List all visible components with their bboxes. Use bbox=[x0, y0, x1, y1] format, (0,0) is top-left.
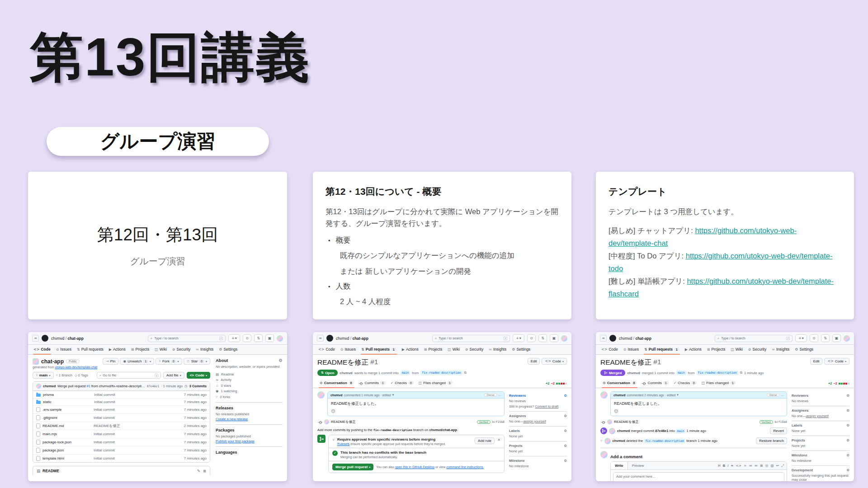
issues-global-icon[interactable]: ⊙ bbox=[810, 334, 818, 342]
comment-author[interactable]: chvmvd bbox=[613, 394, 625, 397]
inbox-icon[interactable]: ▣ bbox=[550, 334, 558, 342]
tab-projects[interactable]: ⊞Projects bbox=[422, 345, 444, 354]
repo-name[interactable]: chat-app bbox=[41, 358, 64, 365]
gear-icon[interactable]: ⚙ bbox=[564, 429, 567, 433]
code-button[interactable]: <>Code▾ bbox=[187, 372, 210, 379]
outline-icon[interactable]: ≡ bbox=[203, 469, 206, 473]
emoji-react-button[interactable]: ☺ bbox=[331, 409, 504, 413]
rulesets-link[interactable]: Rulesets bbox=[337, 442, 349, 446]
comment-author[interactable]: chvmvd bbox=[330, 394, 342, 397]
breadcrumb[interactable]: chvmvd / chat-app bbox=[336, 336, 368, 341]
gear-icon[interactable]: ⚙ bbox=[846, 438, 849, 442]
tag-count[interactable]: ◇0 Tags bbox=[75, 373, 88, 377]
heading-icon[interactable]: H bbox=[718, 464, 721, 468]
quote-icon[interactable]: ≡ bbox=[731, 464, 733, 468]
go-to-file-input[interactable]: ⌕Go to filet bbox=[97, 372, 161, 379]
tab-files-changed[interactable]: ◫Files changed1 bbox=[699, 379, 738, 388]
branch-count[interactable]: ⑂1 Branch bbox=[56, 373, 73, 377]
file-row[interactable]: package.jsonInitial commit7 minutes ago bbox=[33, 446, 210, 454]
tab-wiki[interactable]: ◫Wiki bbox=[152, 345, 169, 354]
tab-issues[interactable]: ⊙Issues bbox=[621, 345, 641, 354]
head-branch-chip[interactable]: fix-readme-description bbox=[697, 371, 738, 375]
hamburger-icon[interactable]: ≡ bbox=[32, 335, 39, 342]
create-new-button[interactable]: +▾ bbox=[795, 334, 807, 342]
tab-security[interactable]: ⊘Security bbox=[170, 345, 193, 354]
assign-yourself-link[interactable]: assign yourself bbox=[524, 419, 546, 423]
reply-icon[interactable]: ↩ bbox=[776, 464, 779, 468]
restore-branch-button[interactable]: Restore branch bbox=[756, 437, 787, 444]
close-icon[interactable]: × bbox=[497, 437, 500, 442]
link-icon[interactable]: ∞ bbox=[744, 464, 746, 468]
file-row[interactable]: prismaInitial commit7 minutes ago bbox=[33, 391, 210, 398]
avatar[interactable] bbox=[317, 391, 325, 399]
verified-badge[interactable]: Verified bbox=[477, 420, 491, 424]
unordered-list-icon[interactable]: ≔ bbox=[749, 464, 752, 468]
tab-settings[interactable]: ⚙Settings bbox=[509, 345, 533, 354]
base-branch-chip[interactable]: main bbox=[676, 371, 686, 375]
search-input[interactable]: ⌕ Type / to search / bbox=[432, 335, 510, 342]
avatar[interactable] bbox=[600, 391, 608, 399]
commit-hash[interactable]: 87e46e1 bbox=[147, 385, 159, 388]
tab-actions[interactable]: ▶Actions bbox=[400, 345, 421, 354]
gear-icon[interactable]: ⚙ bbox=[846, 408, 849, 413]
tab-code[interactable]: <>Code bbox=[599, 345, 620, 354]
tab-preview[interactable]: Preview bbox=[628, 462, 648, 469]
copy-icon[interactable]: ⧉ bbox=[740, 371, 742, 375]
search-input[interactable]: ⌕ Type / to search / bbox=[148, 335, 226, 342]
gear-icon[interactable]: ⚙ bbox=[278, 358, 283, 363]
cli-instructions-link[interactable]: command line instructions. bbox=[446, 465, 484, 469]
task-list-icon[interactable]: ⊞ bbox=[760, 464, 763, 468]
hamburger-icon[interactable]: ≡ bbox=[600, 335, 607, 342]
forks-link[interactable]: ⑂0 forks bbox=[216, 395, 283, 399]
comment-textarea[interactable]: Add your comment here... bbox=[613, 472, 784, 481]
tab-insights[interactable]: ≈Insights bbox=[769, 345, 792, 354]
github-logo-icon[interactable] bbox=[609, 335, 616, 342]
commit-hash[interactable]: bcf15b8 bbox=[492, 420, 505, 424]
emoji-react-button[interactable]: ☺ bbox=[614, 409, 787, 413]
tab-issues[interactable]: ⊙Issues bbox=[338, 345, 358, 354]
chevron-down-icon[interactable]: ▾ bbox=[392, 393, 394, 397]
commit-message-link[interactable]: READMEを修正 bbox=[614, 420, 639, 424]
gear-icon[interactable]: ⚙ bbox=[564, 394, 567, 398]
commit-message[interactable]: Merge pull request #1 from chvmvd/fix-re… bbox=[57, 384, 145, 388]
tab-pull-requests[interactable]: ⇅Pull requests1 bbox=[359, 345, 399, 354]
gear-icon[interactable]: ⚙ bbox=[564, 414, 567, 418]
readme-heading[interactable]: README bbox=[42, 469, 59, 473]
tab-checks[interactable]: ✓Checks0 bbox=[388, 379, 416, 388]
code-button[interactable]: <>Code▾ bbox=[824, 358, 849, 365]
github-logo-icon[interactable] bbox=[42, 335, 48, 342]
tab-settings[interactable]: ⚙Settings bbox=[217, 345, 240, 354]
assign-yourself-link[interactable]: assign yourself bbox=[806, 414, 829, 418]
tab-commits[interactable]: Commits1 bbox=[356, 379, 387, 388]
gear-icon[interactable]: ⚙ bbox=[846, 468, 849, 472]
tab-conversation[interactable]: ⊙Conversation0 bbox=[600, 379, 639, 388]
tab-actions[interactable]: ▶Actions bbox=[107, 345, 128, 354]
add-file-button[interactable]: Add file▾ bbox=[163, 372, 184, 379]
inbox-icon[interactable]: ▣ bbox=[832, 334, 841, 342]
star-button[interactable]: ☆Star0▾ bbox=[184, 358, 210, 365]
file-row[interactable]: main.mjsInitial commit7 minutes ago bbox=[33, 430, 210, 438]
tab-insights[interactable]: ≈Insights bbox=[486, 345, 509, 354]
tab-wiki[interactable]: ◫Wiki bbox=[728, 345, 745, 354]
template-repo-link[interactable]: utokyo-web-dev/template-chat bbox=[55, 366, 97, 369]
copy-icon[interactable]: ⧉ bbox=[464, 371, 466, 375]
commit-message-link[interactable]: READMEを修正 bbox=[331, 420, 356, 424]
breadcrumb[interactable]: chvmvd / chat-app bbox=[619, 336, 651, 341]
tab-issues[interactable]: ⊙Issues bbox=[54, 345, 74, 354]
commit-count[interactable]: 3 Commits bbox=[189, 384, 207, 388]
tab-projects[interactable]: ⊞Projects bbox=[705, 345, 727, 354]
pull-requests-global-icon[interactable]: ⇅ bbox=[538, 334, 547, 342]
branch-selector[interactable]: ⑂main▾ bbox=[33, 372, 54, 379]
ordered-list-icon[interactable]: ≕ bbox=[755, 464, 758, 468]
pull-requests-global-icon[interactable]: ⇅ bbox=[254, 334, 263, 342]
inbox-icon[interactable]: ▣ bbox=[265, 334, 274, 342]
hamburger-icon[interactable]: ≡ bbox=[317, 335, 324, 342]
readme-link[interactable]: ▤Readme bbox=[216, 372, 283, 376]
tab-commits[interactable]: Commits1 bbox=[639, 379, 670, 388]
convert-to-draft-link[interactable]: Convert to draft bbox=[535, 404, 559, 408]
gear-icon[interactable]: ⚙ bbox=[564, 444, 567, 448]
issues-global-icon[interactable]: ⊙ bbox=[527, 334, 536, 342]
mention-icon[interactable]: @ bbox=[770, 464, 774, 468]
publish-package-link[interactable]: Publish your first package bbox=[216, 439, 283, 443]
merge-pull-request-button[interactable]: Merge pull request▾ bbox=[332, 464, 373, 470]
